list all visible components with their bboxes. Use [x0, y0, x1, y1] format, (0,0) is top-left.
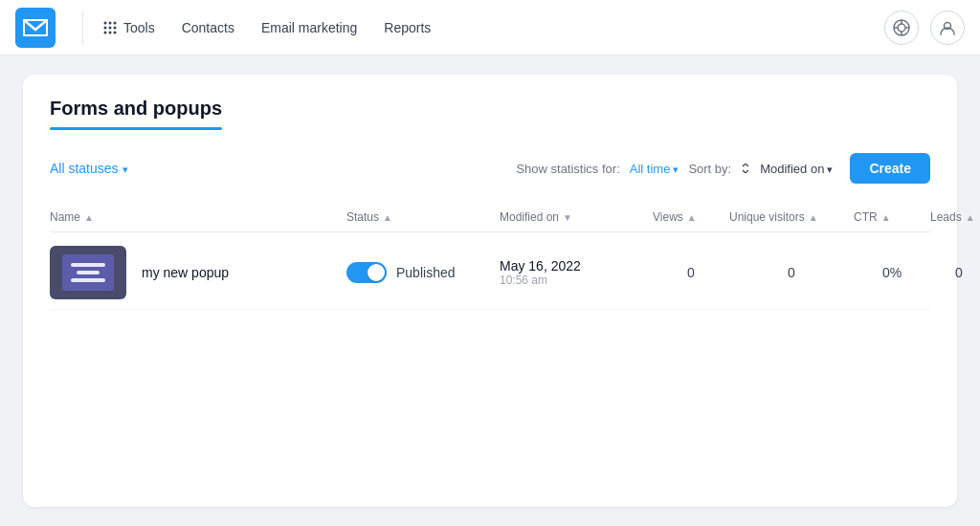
filter-left: All statuses: [50, 161, 128, 176]
modified-sort-arrow: ▼: [563, 212, 572, 223]
modified-on-cell: May 16, 2022 10:56 am: [500, 258, 653, 287]
modified-date: May 16, 2022: [500, 258, 653, 274]
help-button[interactable]: [884, 11, 919, 45]
svg-point-10: [898, 24, 905, 32]
svg-point-7: [109, 31, 112, 33]
uv-sort-arrow: ▲: [809, 212, 818, 223]
popup-thumbnail[interactable]: [50, 246, 126, 299]
col-ctr[interactable]: CTR ▲: [854, 210, 930, 224]
page-title: Forms and popups: [50, 98, 930, 120]
svg-point-5: [114, 26, 117, 29]
filter-right: Show statistics for: All time Sort by: M…: [516, 153, 930, 184]
nav-divider: [82, 11, 83, 45]
main-card: Forms and popups All statuses Show stati…: [23, 75, 957, 507]
toggle-knob: [368, 264, 385, 281]
main-content: Forms and popups All statuses Show stati…: [0, 55, 980, 526]
leads-cell: 0: [930, 265, 980, 280]
ctr-sort-arrow: ▲: [881, 212, 891, 223]
table-row: my new popup Published May 16, 2022 10:5…: [50, 236, 930, 310]
ctr-cell: 0%: [854, 265, 930, 280]
show-stats-label: Show statistics for:: [516, 162, 619, 176]
status-toggle[interactable]: [346, 262, 387, 283]
sort-value-label: Modified on: [760, 162, 824, 176]
sort-icon: [741, 164, 750, 173]
thumb-line-1: [71, 263, 105, 267]
logo-icon[interactable]: [15, 8, 56, 48]
svg-point-0: [104, 21, 107, 24]
thumb-line-2: [77, 271, 100, 274]
popup-thumb-inner: [62, 254, 114, 291]
col-name[interactable]: Name ▲: [50, 210, 346, 224]
nav-contacts[interactable]: Contacts: [170, 14, 246, 41]
time-filter-label: All time: [630, 162, 671, 176]
modified-time: 10:56 am: [500, 274, 653, 287]
popup-name[interactable]: my new popup: [142, 265, 229, 280]
col-status[interactable]: Status ▲: [346, 210, 500, 224]
tools-label: Tools: [123, 20, 155, 35]
sort-dropdown[interactable]: Modified on: [760, 162, 833, 176]
title-underline: [50, 127, 222, 130]
nav-right: [884, 11, 965, 45]
status-cell: Published: [346, 262, 500, 283]
time-filter-chevron: [673, 162, 679, 176]
tools-grid-button[interactable]: Tools: [95, 14, 163, 41]
time-filter-dropdown[interactable]: All time: [630, 162, 679, 176]
svg-point-6: [104, 31, 107, 33]
col-unique-visitors[interactable]: Unique visitors ▲: [729, 210, 854, 224]
status-sort-arrow: ▲: [383, 212, 392, 223]
logo-area: [15, 8, 71, 48]
filter-bar: All statuses Show statistics for: All ti…: [50, 153, 930, 184]
status-filter-dropdown[interactable]: All statuses: [50, 161, 128, 176]
nav-email-marketing[interactable]: Email marketing: [250, 14, 368, 41]
col-views[interactable]: Views ▲: [653, 210, 729, 224]
sort-label: Sort by:: [688, 162, 731, 176]
svg-point-2: [114, 21, 117, 24]
user-profile-button[interactable]: [930, 11, 965, 45]
status-filter-label: All statuses: [50, 161, 119, 176]
unique-visitors-cell: 0: [729, 265, 854, 280]
views-sort-arrow: ▲: [687, 212, 697, 223]
status-filter-chevron: [122, 161, 128, 176]
svg-point-1: [109, 21, 112, 24]
svg-point-8: [114, 31, 117, 33]
table-header: Name ▲ Status ▲ Modified on ▼ Views ▲ Un…: [50, 203, 930, 232]
top-nav: Tools Contacts Email marketing Reports: [0, 0, 980, 55]
create-button[interactable]: Create: [850, 153, 930, 184]
name-sort-arrow: ▲: [84, 212, 94, 223]
nav-reports[interactable]: Reports: [372, 14, 442, 41]
status-label: Published: [396, 265, 456, 280]
col-modified-on[interactable]: Modified on ▼: [500, 210, 653, 224]
leads-sort-arrow: ▲: [966, 212, 975, 223]
thumb-line-3: [71, 278, 105, 282]
tools-section: Tools: [95, 14, 163, 41]
name-cell: my new popup: [50, 246, 346, 299]
svg-point-4: [109, 26, 112, 29]
col-leads[interactable]: Leads ▲: [930, 210, 980, 224]
nav-links: Contacts Email marketing Reports: [170, 14, 443, 41]
sort-chevron: [827, 162, 833, 176]
views-cell: 0: [653, 265, 729, 280]
svg-point-3: [104, 26, 107, 29]
